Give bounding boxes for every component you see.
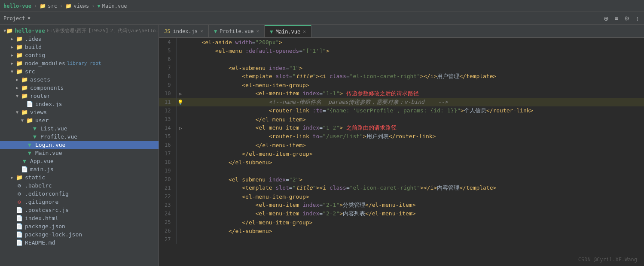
line-10: 10 ▷ <el-menu-item index="1-1"> 传递参数修改之后…: [159, 89, 644, 98]
tree-router-index[interactable]: 📄 index.js: [0, 100, 159, 108]
postcssrc-label: .postcssrc.js: [25, 207, 69, 213]
tree-build[interactable]: ▶ 📁 build: [0, 43, 159, 51]
tab-label-profile-vue: Profile.vue: [220, 28, 253, 34]
line-num-7: 7: [159, 63, 176, 72]
tree-editorconfig[interactable]: ⚙ .editorconfig: [0, 190, 159, 198]
gutter-20: [176, 175, 185, 184]
tree-package-lock[interactable]: 📄 package-lock.json: [0, 230, 159, 239]
package-json-label: package.json: [25, 223, 65, 230]
line-12: 12 <router-link :to="{name: 'UserProfile…: [159, 106, 644, 115]
tree-list-vue[interactable]: ▼ List.vue: [0, 124, 159, 133]
tab-main-vue[interactable]: ▼ Main.vue ✕: [265, 25, 311, 37]
tree-readme[interactable]: 📄 README.md: [0, 239, 159, 247]
tree-gitignore[interactable]: ⚙ .gitignore: [0, 198, 159, 206]
line-7: 7 <el-submenu index="1">: [159, 63, 644, 72]
tree-src[interactable]: ▼ 📁 src: [0, 67, 159, 76]
folder-static-icon: 📁: [15, 174, 23, 181]
tree-root-item[interactable]: ▼ 📁 hello-vue F:\班级管理\西开【19525】2、代码\vue\…: [0, 27, 159, 35]
tree-static[interactable]: ▶ 📁 static: [0, 173, 159, 181]
tree-login-vue[interactable]: ▼ Login.vue: [0, 141, 159, 149]
code-4: <el-aside width="200px">: [185, 38, 644, 46]
line-num-19: 19: [159, 166, 176, 175]
tab-index-js[interactable]: JS index.js ✕: [159, 25, 209, 37]
code-11: <!--name-传组件名 params传递参数，需要对象：v-bind -->: [185, 98, 644, 106]
index-html-label: index.html: [25, 215, 58, 221]
tree-main-js[interactable]: 📄 main.js: [0, 165, 159, 173]
gutter-6: [176, 55, 185, 63]
tab-close-index-js[interactable]: ✕: [200, 28, 203, 34]
watermark: CSDN @Cyril.XF.Wang: [578, 257, 637, 263]
tree-user[interactable]: ▼ 📁 user: [0, 116, 159, 124]
tree-profile-vue[interactable]: ▼ Profile.vue: [0, 133, 159, 141]
toolbar-btn-2[interactable]: ≡: [613, 14, 620, 23]
line-15: 15 <router-link to="/user/list">用户列表</ro…: [159, 132, 644, 141]
tree-index-html[interactable]: 📄 index.html: [0, 214, 159, 222]
gutter-13: [176, 115, 185, 124]
tree-postcssrc[interactable]: 📄 .postcssrc.js: [0, 206, 159, 214]
line-20: 20 <el-submenu index="2">: [159, 175, 644, 184]
md-icon: 📄: [15, 239, 23, 246]
line-num-16: 16: [159, 141, 176, 149]
gutter-16: [176, 141, 185, 149]
code-9: <el-menu-item-group>: [185, 81, 644, 89]
line-26: 26 </el-submenu>: [159, 227, 644, 235]
arrow-config: ▶: [9, 53, 15, 57]
tree-main-vue[interactable]: ▼ Main.vue: [0, 149, 159, 157]
tree-views[interactable]: ▼ 📁 views: [0, 108, 159, 116]
tree-app-vue[interactable]: ▼ App.vue: [0, 157, 159, 165]
router-index-label: index.js: [35, 101, 62, 107]
tree-router[interactable]: ▼ 📁 router: [0, 92, 159, 100]
line-num-9: 9: [159, 81, 176, 89]
line-num-22: 22: [159, 192, 176, 201]
line-9: 9 <el-menu-item-group>: [159, 81, 644, 89]
line-num-6: 6: [159, 55, 176, 63]
line-num-4: 4: [159, 38, 176, 46]
git-icon: ⚙: [15, 199, 23, 205]
arrow-router: ▼: [14, 94, 21, 98]
editor-area[interactable]: 4 <el-aside width="200px"> 5 <el-menu :d…: [159, 38, 644, 266]
tree-config[interactable]: ▶ 📁 config: [0, 51, 159, 59]
folder-config-icon: 📁: [15, 52, 23, 58]
breadcrumb-project: hello-vue: [3, 3, 31, 9]
toolbar-btn-3[interactable]: ⚙: [623, 14, 632, 23]
main-js-label: main.js: [30, 166, 54, 172]
tree-babelrc[interactable]: ⚙ .babelrc: [0, 181, 159, 190]
toolbar-btn-4[interactable]: ↕: [634, 14, 641, 23]
tree-node-modules[interactable]: ▶ 📁 node_modules library root: [0, 59, 159, 67]
folder-user-icon: 📁: [26, 117, 34, 124]
gutter-4: [176, 38, 185, 46]
line-21: 21 <template slot="title"><i class="el-i…: [159, 184, 644, 192]
code-10: <el-menu-item index="1-1"> 传递参数修改之后的请求路径: [185, 89, 644, 98]
code-27: [185, 235, 644, 244]
line-num-18: 18: [159, 158, 176, 166]
line-num-13: 13: [159, 115, 176, 124]
tab-close-main-vue[interactable]: ✕: [303, 29, 306, 34]
tab-profile-vue[interactable]: ▼ Profile.vue ✕: [209, 25, 265, 37]
line-14: 14 ▷ <el-menu-item index="1-2"> 之前路由的请求路…: [159, 124, 644, 132]
sidebar[interactable]: ▼ 📁 hello-vue F:\班级管理\西开【19525】2、代码\vue\…: [0, 25, 159, 266]
folder-root-icon: 📁: [6, 27, 13, 34]
code-17: </el-menu-item-group>: [185, 149, 644, 158]
gutter-11: 💡: [176, 98, 185, 106]
toolbar-btn-1[interactable]: ⊕: [602, 14, 610, 23]
tree-idea[interactable]: ▶ 📁 .idea: [0, 35, 159, 43]
arrow-static: ▶: [9, 175, 15, 180]
line-4: 4 <el-aside width="200px">: [159, 38, 644, 46]
root-path: F:\班级管理\西开【19525】2、代码\vue\hello-: [47, 27, 159, 34]
tab-close-profile-vue[interactable]: ✕: [256, 28, 259, 34]
line-8: 8 <template slot="title"><i class="el-ic…: [159, 72, 644, 81]
tree-assets[interactable]: ▶ 📁 assets: [0, 76, 159, 84]
gutter-7: [176, 63, 185, 72]
folder-idea-icon: 📁: [15, 36, 23, 42]
gutter-15: [176, 132, 185, 141]
line-19: 19: [159, 166, 644, 175]
tree-components[interactable]: ▶ 📁 components: [0, 84, 159, 92]
tree-package-json[interactable]: 📄 package.json: [0, 222, 159, 230]
line-5: 5 <el-menu :default-openeds="['1']">: [159, 46, 644, 55]
vue-login-icon: ▼: [26, 142, 34, 148]
line-24: 24 <el-menu-item index="2-2">内容列表</el-me…: [159, 209, 644, 218]
breadcrumb-sep1: ›: [34, 3, 37, 9]
line-num-26: 26: [159, 227, 176, 235]
line-num-14: 14: [159, 124, 176, 132]
breadcrumb-vue-icon: ▼: [98, 3, 101, 9]
